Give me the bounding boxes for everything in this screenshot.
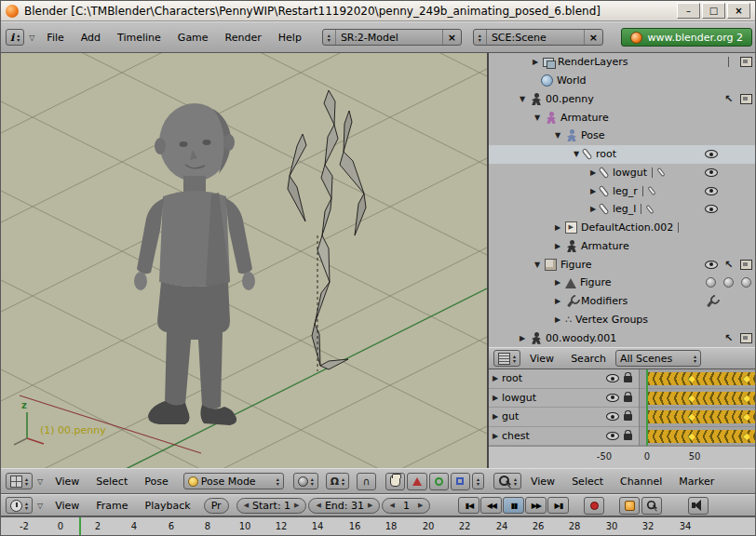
material-sphere-icon[interactable] <box>723 277 734 288</box>
editor-type-button-action[interactable]: ▴▾ <box>493 473 521 489</box>
selectable-restriction-icon[interactable]: ↖ <box>724 260 733 270</box>
keyframe-diamond-icon[interactable]: ◆ <box>743 431 750 441</box>
menu-view[interactable]: View <box>47 500 87 512</box>
editor-type-button-outliner[interactable]: ▴▾ <box>493 350 520 367</box>
outliner-row-defaultaction[interactable]: ▶ DefaultAction.002 <box>489 219 756 237</box>
keyframe-diamond-icon[interactable]: ◆ <box>688 431 695 441</box>
record-button[interactable] <box>584 497 604 515</box>
expand-arrow-icon[interactable]: ▶ <box>552 278 563 287</box>
outliner-row-figure-object[interactable]: ▼ Figure ↖ <box>489 255 756 274</box>
menu-frame[interactable]: Frame <box>88 500 135 512</box>
channel-row-gut[interactable]: ▶ gut ◆◆ <box>489 408 756 427</box>
outliner-row-root[interactable]: ▼ root <box>489 145 756 164</box>
expand-arrow-icon[interactable]: ▶ <box>552 315 563 324</box>
material-sphere-icon[interactable] <box>706 277 716 288</box>
menu-pose[interactable]: Pose <box>137 476 175 488</box>
outliner-row-world[interactable]: World <box>489 72 756 90</box>
close-button[interactable]: × <box>727 3 750 19</box>
render-restriction-icon[interactable] <box>740 57 752 67</box>
maximize-button[interactable]: □ <box>702 3 725 19</box>
minimize-button[interactable]: – <box>677 3 700 19</box>
keyframe-strip[interactable]: ◆◆ <box>648 372 756 385</box>
outliner-row-penny[interactable]: ▼ 00.penny ↖ <box>489 90 756 109</box>
outliner-row-woody[interactable]: ▶ 00.woody.001 ↖ <box>489 328 756 347</box>
menu-select[interactable]: Select <box>564 476 611 488</box>
channel-eye-icon[interactable] <box>606 374 619 382</box>
render-restriction-icon[interactable] <box>740 260 752 270</box>
orientation-dropdown[interactable]: ▴▾ <box>472 473 484 489</box>
expand-arrow-icon[interactable]: ▶ <box>587 205 599 213</box>
collapse-arrow-icon[interactable]: ▼ <box>571 150 582 158</box>
channel-lock-icon[interactable] <box>624 414 632 421</box>
editor-type-button-3dview[interactable]: ▴▾ <box>6 473 33 489</box>
scene-selector[interactable]: ▴▾ SCE:Scene × <box>473 29 603 46</box>
collapse-arrow-icon[interactable]: ▼ <box>552 131 563 140</box>
increment-arrow-icon[interactable]: ▶ <box>294 502 299 509</box>
expand-arrow-icon[interactable]: ▶ <box>530 58 541 66</box>
channel-lock-icon[interactable] <box>624 395 632 402</box>
expand-arrow-icon[interactable]: ▶ <box>587 168 599 177</box>
menu-game[interactable]: Game <box>170 32 216 44</box>
scenes-filter-dropdown[interactable]: All Scenes ▴▾ <box>615 350 701 367</box>
menu-add[interactable]: Add <box>74 32 108 44</box>
audio-sync-button[interactable] <box>688 497 709 515</box>
increment-arrow-icon[interactable]: ▶ <box>418 502 423 509</box>
header-collapse-icon[interactable]: ▽ <box>34 477 46 486</box>
expand-arrow-icon[interactable]: ▶ <box>552 297 563 305</box>
draw-type-dropdown[interactable]: ▴▾ <box>293 473 318 489</box>
previous-frame-button[interactable]: ◀◀ <box>480 497 502 514</box>
selectable-restriction-icon[interactable]: ↖ <box>724 333 733 343</box>
jump-to-end-button[interactable]: ▶▮ <box>547 497 569 514</box>
rotate-manipulator-button[interactable] <box>429 473 449 490</box>
channel-row-chest[interactable]: ▶ chest ◆◆ <box>489 427 756 447</box>
translate-manipulator-button[interactable] <box>407 473 426 490</box>
expand-arrow-icon[interactable]: ▶ <box>517 334 528 342</box>
material-sphere-icon[interactable] <box>741 277 751 288</box>
expand-arrow-icon[interactable]: ▶ <box>489 432 502 440</box>
outliner-row-vertex-groups[interactable]: ▶ ∴ Vertex Groups <box>489 311 756 329</box>
channel-row-root[interactable]: ▶ root ◆◆ <box>489 369 756 389</box>
menu-render[interactable]: Render <box>218 32 269 44</box>
keyframe-diamond-icon[interactable]: ◆ <box>688 373 695 383</box>
visibility-eye-icon[interactable] <box>705 168 718 177</box>
outliner-row-renderlayers[interactable]: ▶ RenderLayers <box>489 53 756 72</box>
header-collapse-icon[interactable]: ▽ <box>34 502 46 510</box>
pivot-dropdown[interactable]: Ω ▴▾ <box>326 473 349 489</box>
keyframe-diamond-icon[interactable]: ◆ <box>688 411 695 422</box>
auto-key-button[interactable] <box>619 497 640 515</box>
outliner-row-armature-data[interactable]: ▶ Armature <box>489 237 756 256</box>
menu-view[interactable]: View <box>523 476 562 488</box>
next-frame-button[interactable]: ▶▶ <box>525 497 547 514</box>
expand-arrow-icon[interactable]: ▶ <box>552 242 563 250</box>
visibility-eye-icon[interactable] <box>705 261 718 269</box>
visibility-eye-icon[interactable] <box>705 150 718 158</box>
outliner-panel[interactable]: ▶ RenderLayers World ▼ 00.penny ↖ ▼ Arma… <box>489 53 756 347</box>
modifier-wrench-icon[interactable] <box>705 295 717 307</box>
render-restriction-icon[interactable] <box>740 333 752 343</box>
menu-search[interactable]: Search <box>563 353 614 365</box>
channel-lock-icon[interactable] <box>624 434 632 440</box>
jump-to-start-button[interactable]: ▮◀ <box>458 497 479 514</box>
keyframe-strip[interactable]: ◆◆ <box>648 410 756 423</box>
scale-manipulator-button[interactable] <box>451 473 470 490</box>
outliner-row-lowgut[interactable]: ▶ lowgut <box>489 164 756 182</box>
visibility-eye-icon[interactable] <box>705 187 718 195</box>
increment-arrow-icon[interactable]: ▶ <box>368 502 372 509</box>
current-frame-field[interactable]: ◀ 1 ▶ <box>382 498 430 514</box>
collapse-arrow-icon[interactable]: ▼ <box>532 261 543 269</box>
menu-marker[interactable]: Marker <box>671 476 722 488</box>
manipulator-toggle-button[interactable] <box>385 473 405 490</box>
outliner-row-armature-object[interactable]: ▼ Armature <box>489 108 756 127</box>
menu-timeline[interactable]: Timeline <box>110 32 169 44</box>
decrement-arrow-icon[interactable]: ◀ <box>389 502 394 509</box>
blender-version-button[interactable]: www.blender.org 2 <box>621 28 752 47</box>
start-frame-field[interactable]: ◀ Start: 1 ▶ <box>236 498 307 514</box>
channel-eye-icon[interactable] <box>606 412 619 421</box>
screen-selector[interactable]: ▴▾ SR:2-Model × <box>322 29 462 46</box>
keyframe-diamond-icon[interactable]: ◆ <box>743 373 750 383</box>
channel-eye-icon[interactable] <box>606 394 619 402</box>
pause-button[interactable]: ▮▮ <box>503 497 524 514</box>
snap-button[interactable]: ∩ <box>357 473 376 490</box>
outliner-row-pose[interactable]: ▼ Pose <box>489 127 756 145</box>
outliner-row-leg-r[interactable]: ▶ leg_r <box>489 181 756 200</box>
